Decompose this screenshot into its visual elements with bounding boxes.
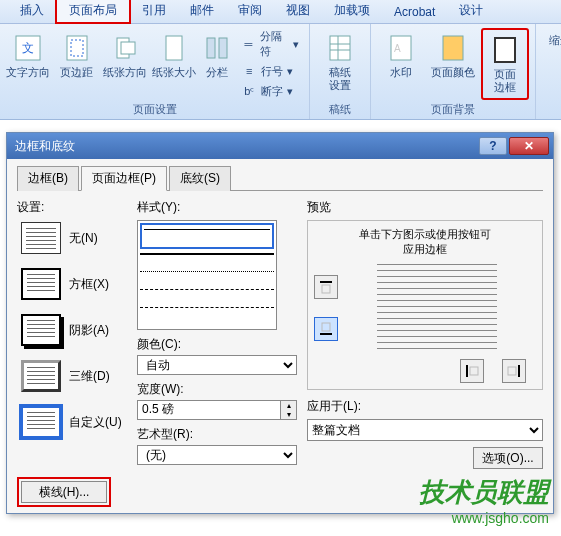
border-top-btn[interactable]	[314, 275, 338, 299]
svg-rect-18	[322, 285, 330, 293]
setting-box[interactable]: 方框(X)	[21, 268, 127, 300]
group-label-background: 页面背景	[377, 102, 529, 117]
setting-custom-icon	[21, 406, 61, 438]
hyphenation-button[interactable]: bᶜ断字▾	[237, 82, 303, 100]
line-numbers-icon: ≡	[241, 63, 257, 79]
svg-rect-19	[322, 323, 330, 331]
tab-review[interactable]: 审阅	[226, 0, 274, 23]
preview-box: 单击下方图示或使用按钮可 应用边框	[307, 220, 543, 390]
ribbon-body: 文 文字方向 页边距 纸张方向 纸张大小 分栏 ═分隔符▾ ≡行号▾	[0, 24, 561, 120]
orientation-icon	[109, 32, 141, 64]
horizontal-line-button[interactable]: 横线(H)...	[21, 481, 107, 503]
setting-shadow-icon	[21, 314, 61, 346]
page-border-button[interactable]: 页面 边框	[481, 28, 529, 100]
group-page-setup: 文 文字方向 页边距 纸张方向 纸张大小 分栏 ═分隔符▾ ≡行号▾	[0, 24, 310, 119]
breaks-button[interactable]: ═分隔符▾	[237, 28, 303, 60]
style-listbox[interactable]	[137, 220, 277, 330]
margins-icon	[61, 32, 93, 64]
width-label: 宽度(W):	[137, 381, 297, 398]
svg-text:A: A	[394, 43, 401, 54]
preview-hint: 单击下方图示或使用按钮可 应用边框	[314, 227, 536, 257]
setting-box-icon	[21, 268, 61, 300]
text-direction-button[interactable]: 文 文字方向	[6, 28, 50, 100]
svg-rect-15	[443, 36, 463, 60]
page-border-icon	[489, 34, 521, 66]
tab-references[interactable]: 引用	[130, 0, 178, 23]
tab-design[interactable]: 设计	[447, 0, 495, 23]
dialog-title: 边框和底纹	[15, 138, 75, 155]
svg-text:文: 文	[22, 41, 34, 55]
style-label: 样式(Y):	[137, 199, 297, 216]
setting-shadow[interactable]: 阴影(A)	[21, 314, 127, 346]
margins-button[interactable]: 页边距	[54, 28, 98, 100]
art-label: 艺术型(R):	[137, 426, 297, 443]
setting-none[interactable]: 无(N)	[21, 222, 127, 254]
indent-button[interactable]: 缩进	[542, 28, 561, 115]
color-label: 颜色(C):	[137, 336, 297, 353]
tab-shading[interactable]: 底纹(S)	[169, 166, 231, 191]
width-down[interactable]: ▾	[281, 410, 296, 419]
close-button[interactable]: ✕	[509, 137, 549, 155]
page-color-button[interactable]: 页面颜色	[429, 28, 477, 100]
setting-3d-icon	[21, 360, 61, 392]
border-right-btn[interactable]	[502, 359, 526, 383]
color-select[interactable]: 自动	[137, 355, 297, 375]
size-button[interactable]: 纸张大小	[151, 28, 195, 100]
setting-custom[interactable]: 自定义(U)	[21, 406, 127, 438]
ribbon-tabs: 插入 页面布局 引用 邮件 审阅 视图 加载项 Acrobat 设计	[0, 0, 561, 24]
page-color-icon	[437, 32, 469, 64]
watermark-button[interactable]: A 水印	[377, 28, 425, 100]
border-left-btn[interactable]	[460, 359, 484, 383]
apply-label: 应用于(L):	[307, 399, 361, 413]
dialog-tabs: 边框(B) 页面边框(P) 底纹(S)	[17, 165, 543, 191]
svg-rect-22	[470, 367, 478, 375]
tab-insert[interactable]: 插入	[8, 0, 56, 23]
setting-3d[interactable]: 三维(D)	[21, 360, 127, 392]
breaks-icon: ═	[241, 36, 255, 52]
group-indent: 缩进	[536, 24, 561, 119]
paper-icon	[324, 32, 356, 64]
group-background: A 水印 页面颜色 页面 边框 页面背景	[371, 24, 536, 119]
svg-rect-5	[121, 42, 135, 54]
watermark-icon: A	[385, 32, 417, 64]
help-button[interactable]: ?	[479, 137, 507, 155]
tab-acrobat[interactable]: Acrobat	[382, 1, 447, 23]
apply-select[interactable]: 整篇文档	[307, 419, 543, 441]
preview-label: 预览	[307, 199, 543, 216]
tab-page-layout[interactable]: 页面布局	[56, 0, 130, 23]
tab-addins[interactable]: 加载项	[322, 0, 382, 23]
svg-rect-6	[166, 36, 182, 60]
tab-page-border[interactable]: 页面边框(P)	[81, 166, 167, 191]
svg-rect-7	[207, 38, 215, 58]
border-bottom-btn[interactable]	[314, 317, 338, 341]
group-label-page-setup: 页面设置	[6, 102, 303, 117]
group-label-paper: 稿纸	[316, 102, 364, 117]
width-select[interactable]: 0.5 磅	[137, 400, 281, 420]
setting-none-icon	[21, 222, 61, 254]
tab-border[interactable]: 边框(B)	[17, 166, 79, 191]
borders-shading-dialog: 边框和底纹 ? ✕ 边框(B) 页面边框(P) 底纹(S) 设置: 无(N) 方…	[6, 132, 554, 514]
size-icon	[158, 32, 190, 64]
svg-rect-8	[219, 38, 227, 58]
line-numbers-button[interactable]: ≡行号▾	[237, 62, 303, 80]
horiz-line-highlight: 横线(H)...	[17, 477, 111, 507]
paper-settings-button[interactable]: 稿纸 设置	[316, 28, 364, 100]
width-up[interactable]: ▴	[281, 401, 296, 410]
page-preview[interactable]	[346, 263, 528, 355]
columns-icon	[201, 32, 233, 64]
tab-mailings[interactable]: 邮件	[178, 0, 226, 23]
svg-rect-16	[495, 38, 515, 62]
group-paper: 稿纸 设置 稿纸	[310, 24, 371, 119]
settings-label: 设置:	[17, 199, 127, 216]
dialog-titlebar: 边框和底纹 ? ✕	[7, 133, 553, 159]
options-button[interactable]: 选项(O)...	[473, 447, 543, 469]
art-select[interactable]: (无)	[137, 445, 297, 465]
svg-rect-23	[508, 367, 516, 375]
svg-rect-9	[330, 36, 350, 60]
tab-view[interactable]: 视图	[274, 0, 322, 23]
hyphenation-icon: bᶜ	[241, 83, 257, 99]
columns-button[interactable]: 分栏	[200, 28, 233, 100]
orientation-button[interactable]: 纸张方向	[103, 28, 147, 100]
text-direction-icon: 文	[12, 32, 44, 64]
